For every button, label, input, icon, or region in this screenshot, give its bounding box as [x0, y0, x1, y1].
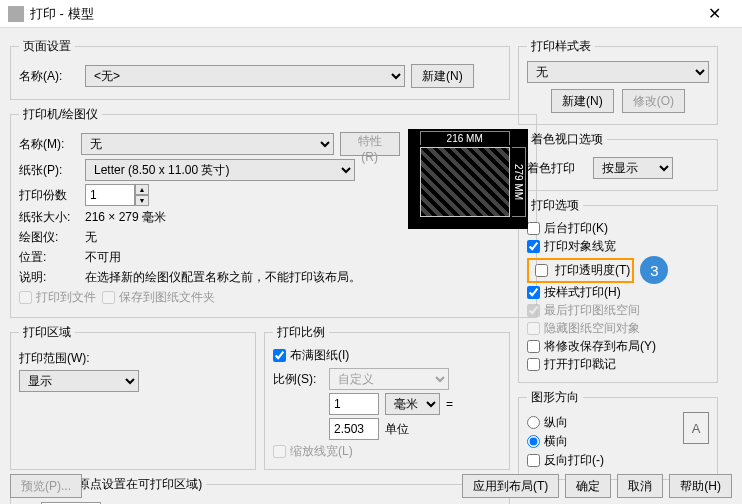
dialog-footer: 预览(P)... 应用到布局(T) 确定 取消 帮助(H) [0, 468, 742, 504]
plot-options-legend: 打印选项 [527, 197, 583, 214]
opt-background-label: 后台打印(K) [544, 220, 608, 237]
print-range-select[interactable]: 显示 [19, 370, 139, 392]
printer-name-label: 名称(M): [19, 136, 75, 153]
opt-transparency-checkbox[interactable] [535, 264, 548, 277]
plot-scale-legend: 打印比例 [273, 324, 329, 341]
print-area-group: 打印区域 打印范围(W): 显示 [10, 324, 256, 470]
copies-up[interactable]: ▲ [135, 184, 149, 195]
pagesetup-name-select[interactable]: <无> [85, 65, 405, 87]
plot-style-select[interactable]: 无 [527, 61, 709, 83]
opt-savechanges-label: 将修改保存到布局(Y) [544, 338, 656, 355]
pagesetup-name-label: 名称(A): [19, 68, 79, 85]
page-setup-group: 页面设置 名称(A): <无> 新建(N) [10, 38, 510, 100]
plotstyle-new-button[interactable]: 新建(N) [551, 89, 614, 113]
upside-down-checkbox[interactable] [527, 454, 540, 467]
scale-lineweights-label: 缩放线宽(L) [290, 443, 353, 460]
plot-scale-group: 打印比例 布满图纸(I) 比例(S): 自定义 毫米 = 单位 缩放线宽 [264, 324, 510, 470]
title-bar: 打印 - 模型 ✕ [0, 0, 742, 28]
landscape-radio[interactable] [527, 435, 540, 448]
portrait-radio[interactable] [527, 416, 540, 429]
cancel-button[interactable]: 取消 [617, 474, 663, 498]
fit-to-paper-checkbox[interactable] [273, 349, 286, 362]
opt-lineweights-label: 打印对象线宽 [544, 238, 616, 255]
location-label: 位置: [19, 249, 79, 266]
opt-paperspace-checkbox [527, 304, 540, 317]
papersize-value: 216 × 279 毫米 [85, 209, 166, 226]
print-area-legend: 打印区域 [19, 324, 75, 341]
scale-unit-input [329, 393, 379, 415]
annotation-badge-3: 3 [640, 256, 668, 284]
app-icon [8, 6, 24, 22]
plot-options-group: 打印选项 后台打印(K) 打印对象线宽 打印透明度(T) 3 按样式打印(H) … [518, 197, 718, 383]
shade-plot-label: 着色打印 [527, 160, 587, 177]
preview-button: 预览(P)... [10, 474, 82, 498]
opt-paperspace-label: 最后打印图纸空间 [544, 302, 640, 319]
scale-lineweights-checkbox [273, 445, 286, 458]
save-lines-label: 保存到图纸文件夹 [119, 289, 215, 306]
shade-plot-select[interactable]: 按显示 [593, 157, 673, 179]
printer-name-select[interactable]: 无 [81, 133, 334, 155]
paper-label: 纸张(P): [19, 162, 79, 179]
opt-transparency-highlight: 打印透明度(T) [527, 258, 634, 283]
printer-props-button: 特性(R) [340, 132, 400, 156]
plotstyle-edit-button: 修改(O) [622, 89, 685, 113]
print-to-file-checkbox [19, 291, 32, 304]
copies-label: 打印份数 [19, 187, 79, 204]
opt-stamp-checkbox[interactable] [527, 358, 540, 371]
opt-plotstyles-checkbox[interactable] [527, 286, 540, 299]
desc-label: 说明: [19, 269, 79, 286]
shaded-viewport-legend: 着色视口选项 [527, 131, 607, 148]
equals-label: = [446, 397, 453, 411]
preview-hatch [420, 147, 510, 217]
plotter-value: 无 [85, 229, 97, 246]
copies-down[interactable]: ▼ [135, 195, 149, 206]
papersize-label: 纸张大小: [19, 209, 79, 226]
save-lines-checkbox [102, 291, 115, 304]
window-title: 打印 - 模型 [30, 5, 694, 23]
help-button[interactable]: 帮助(H) [669, 474, 732, 498]
opt-stamp-label: 打开打印戳记 [544, 356, 616, 373]
orientation-icon [683, 412, 709, 444]
orientation-legend: 图形方向 [527, 389, 583, 406]
copies-input[interactable] [85, 184, 135, 206]
close-button[interactable]: ✕ [694, 4, 734, 23]
printer-group: 打印机/绘图仪 名称(M): 无 特性(R) 纸张(P): Letter (8.… [10, 106, 537, 318]
preview-width-label: 216 MM [420, 131, 510, 145]
location-value: 不可用 [85, 249, 121, 266]
page-setup-legend: 页面设置 [19, 38, 75, 55]
drawing-units-input [329, 418, 379, 440]
scale-select: 自定义 [329, 368, 449, 390]
fit-to-paper-label: 布满图纸(I) [290, 347, 349, 364]
opt-hidepaperspace-label: 隐藏图纸空间对象 [544, 320, 640, 337]
opt-background-checkbox[interactable] [527, 222, 540, 235]
printer-legend: 打印机/绘图仪 [19, 106, 102, 123]
preview-height-label: 279 MM [512, 147, 526, 217]
pagesetup-new-button[interactable]: 新建(N) [411, 64, 474, 88]
print-to-file-label: 打印到文件 [36, 289, 96, 306]
opt-lineweights-checkbox[interactable] [527, 240, 540, 253]
plotter-label: 绘图仪: [19, 229, 79, 246]
desc-value: 在选择新的绘图仪配置名称之前，不能打印该布局。 [85, 269, 361, 286]
paper-preview: 216 MM 279 MM [408, 129, 528, 229]
ok-button[interactable]: 确定 [565, 474, 611, 498]
apply-layout-button[interactable]: 应用到布局(T) [462, 474, 559, 498]
paper-select[interactable]: Letter (8.50 x 11.00 英寸) [85, 159, 355, 181]
unit-label: 单位 [385, 421, 409, 438]
plot-style-legend: 打印样式表 [527, 38, 595, 55]
scale-unit-select[interactable]: 毫米 [385, 393, 440, 415]
print-range-label: 打印范围(W): [19, 350, 90, 367]
portrait-label: 纵向 [544, 414, 568, 431]
orientation-group: 图形方向 纵向 横向 反向打印(-) [518, 389, 718, 480]
opt-hidepaperspace-checkbox [527, 322, 540, 335]
landscape-label: 横向 [544, 433, 568, 450]
opt-transparency-label: 打印透明度(T) [555, 262, 630, 279]
upside-down-label: 反向打印(-) [544, 452, 604, 469]
opt-plotstyles-label: 按样式打印(H) [544, 284, 621, 301]
scale-ratio-label: 比例(S): [273, 371, 323, 388]
opt-savechanges-checkbox[interactable] [527, 340, 540, 353]
plot-style-group: 打印样式表 无 新建(N) 修改(O) [518, 38, 718, 125]
shaded-viewport-group: 着色视口选项 着色打印 按显示 [518, 131, 718, 191]
